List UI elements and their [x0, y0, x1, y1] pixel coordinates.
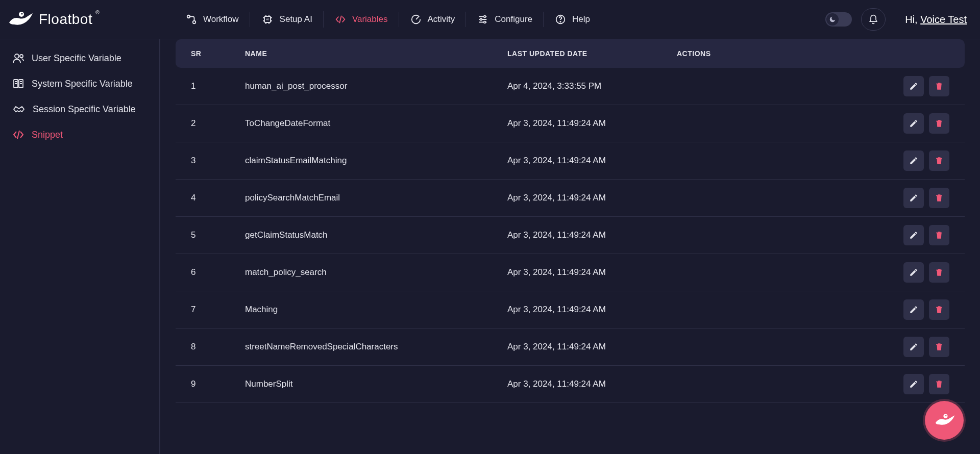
delete-button[interactable] [929, 225, 949, 245]
sidebar-item-system-variable[interactable]: System Specific Variable [0, 71, 159, 96]
edit-button[interactable] [903, 299, 924, 320]
edit-button[interactable] [903, 188, 924, 208]
nav-label: Workflow [203, 14, 239, 24]
delete-button[interactable] [929, 299, 949, 320]
table-row: 6match_policy_searchApr 3, 2024, 11:49:2… [176, 254, 965, 291]
theme-toggle[interactable] [825, 12, 852, 27]
cell-actions [677, 225, 949, 245]
cell-name: ToChangeDateFormat [245, 118, 507, 129]
workflow-icon [186, 14, 197, 25]
logo[interactable]: Floatbot ® [6, 9, 159, 30]
nav-label: Activity [428, 14, 455, 24]
content: SR NAME LAST UPDATED DATE ACTIONS 1human… [160, 39, 980, 454]
system-icon [12, 78, 24, 90]
pencil-icon [909, 193, 918, 203]
delete-button[interactable] [929, 113, 949, 134]
table-row: 5getClaimStatusMatchApr 3, 2024, 11:49:2… [176, 217, 965, 254]
edit-button[interactable] [903, 374, 924, 394]
delete-button[interactable] [929, 337, 949, 357]
cell-sr: 2 [191, 118, 245, 129]
nav-help[interactable]: Help [544, 9, 601, 30]
code-icon [335, 14, 346, 25]
help-icon [555, 14, 566, 25]
trash-icon [935, 305, 944, 314]
chat-fab[interactable] [925, 401, 964, 440]
cell-date: Apr 3, 2024, 11:49:24 AM [507, 193, 677, 203]
cell-actions [677, 150, 949, 171]
pencil-icon [909, 305, 918, 314]
col-header-sr: SR [191, 49, 245, 58]
table-row: 1human_ai_post_processorApr 4, 2024, 3:3… [176, 68, 965, 105]
cell-actions [677, 337, 949, 357]
cell-sr: 8 [191, 342, 245, 352]
right-controls: Hi, Voice Test [825, 8, 971, 31]
cell-sr: 7 [191, 305, 245, 315]
pencil-icon [909, 268, 918, 277]
nav-workflow[interactable]: Workflow [175, 9, 250, 30]
trash-icon [935, 119, 944, 128]
delete-button[interactable] [929, 76, 949, 96]
edit-button[interactable] [903, 113, 924, 134]
pencil-icon [909, 119, 918, 128]
col-header-name: NAME [245, 49, 507, 58]
delete-button[interactable] [929, 374, 949, 394]
pencil-icon [909, 82, 918, 91]
logo-text: Floatbot [39, 11, 92, 28]
cell-date: Apr 3, 2024, 11:49:24 AM [507, 379, 677, 389]
sidebar-item-user-variable[interactable]: User Specific Variable [0, 45, 159, 71]
nav-label: Variables [352, 14, 388, 24]
greeting: Hi, Voice Test [905, 14, 967, 26]
svg-point-7 [480, 18, 482, 20]
edit-button[interactable] [903, 225, 924, 245]
sidebar: User Specific Variable System Specific V… [0, 39, 160, 454]
notifications-button[interactable] [861, 8, 886, 31]
nav-activity[interactable]: Activity [399, 9, 467, 30]
edit-button[interactable] [903, 76, 924, 96]
cell-sr: 1 [191, 81, 245, 91]
sidebar-item-snippet[interactable]: Snippet [0, 122, 159, 147]
nav-variables[interactable]: Variables [324, 9, 399, 30]
cell-sr: 9 [191, 379, 245, 389]
delete-button[interactable] [929, 150, 949, 171]
sidebar-item-label: Snippet [32, 130, 63, 140]
user-icon [12, 52, 24, 64]
nav-configure[interactable]: Configure [466, 9, 544, 30]
cell-actions [677, 299, 949, 320]
bell-icon [868, 14, 878, 24]
trash-icon [935, 82, 944, 91]
col-header-date: LAST UPDATED DATE [507, 49, 677, 58]
logo-icon [6, 9, 34, 30]
svg-point-1 [21, 13, 22, 14]
table-header: SR NAME LAST UPDATED DATE ACTIONS [176, 39, 965, 68]
edit-button[interactable] [903, 262, 924, 283]
trash-icon [935, 156, 944, 165]
svg-point-12 [20, 55, 23, 58]
trash-icon [935, 380, 944, 389]
pencil-icon [909, 231, 918, 240]
sliders-icon [477, 14, 488, 25]
cell-date: Apr 3, 2024, 11:49:24 AM [507, 118, 677, 129]
cell-name: claimStatusEmailMatching [245, 156, 507, 166]
pencil-icon [909, 380, 918, 389]
trash-icon [935, 268, 944, 277]
delete-button[interactable] [929, 188, 949, 208]
greeting-name[interactable]: Voice Test [920, 14, 967, 25]
table-body: 1human_ai_post_processorApr 4, 2024, 3:3… [176, 68, 965, 403]
svg-text:AI: AI [266, 18, 269, 21]
nav-setup-ai[interactable]: AI Setup AI [250, 8, 324, 31]
svg-point-10 [560, 21, 560, 22]
sidebar-item-session-variable[interactable]: Session Specific Variable [0, 96, 159, 122]
cell-actions [677, 374, 949, 394]
cell-date: Apr 3, 2024, 11:49:24 AM [507, 230, 677, 240]
delete-button[interactable] [929, 262, 949, 283]
cell-actions [677, 76, 949, 96]
cell-actions [677, 113, 949, 134]
cell-actions [677, 262, 949, 283]
svg-point-8 [484, 21, 486, 23]
edit-button[interactable] [903, 150, 924, 171]
main: User Specific Variable System Specific V… [0, 39, 980, 454]
nav-label: Configure [495, 14, 532, 24]
nav-label: Setup AI [280, 14, 312, 24]
cell-actions [677, 188, 949, 208]
edit-button[interactable] [903, 337, 924, 357]
